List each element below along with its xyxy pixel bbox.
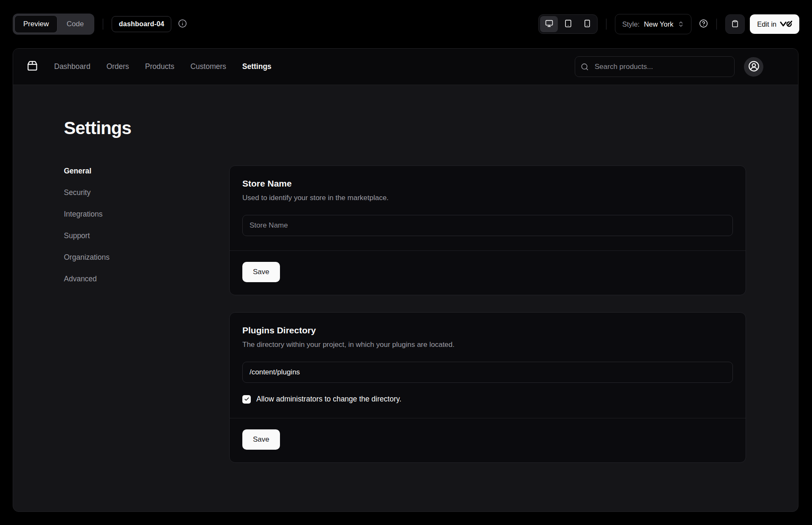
style-select-label: Style: [622,20,639,28]
toolbar-divider [606,19,606,30]
tablet-icon [564,19,572,29]
toolbar-divider [103,19,103,30]
device-mobile-button[interactable] [578,16,596,32]
chevrons-up-down-icon [678,21,684,27]
preview-code-tabs: Preview Code [13,14,94,35]
save-button[interactable]: Save [242,429,280,450]
toolbar-divider [716,19,717,30]
smartphone-icon [583,19,591,29]
block-name-badge: dashboard-04 [112,16,171,32]
user-circle-icon [748,60,760,73]
page-title: Settings [64,118,746,138]
card-title: Store Name [242,179,733,189]
sidebar-item-advanced[interactable]: Advanced [64,273,229,284]
nav-link-dashboard[interactable]: Dashboard [54,62,91,71]
plugins-directory-card-header: Plugins Directory The directory within y… [230,313,746,350]
toolbar-right-group: Style: New York Edit in [538,14,799,34]
nav-link-settings[interactable]: Settings [242,62,272,71]
tab-code[interactable]: Code [58,15,93,33]
style-help-button[interactable] [699,19,708,29]
block-info-button[interactable] [178,19,187,29]
sidebar-item-integrations[interactable]: Integrations [64,209,229,220]
store-name-input[interactable] [242,215,733,236]
search-icon [581,63,589,71]
check-icon [244,396,250,402]
plugins-directory-input[interactable] [242,362,733,383]
search-products [575,56,735,77]
search-products-input[interactable] [575,56,735,77]
allow-admins-row: Allow administrators to change the direc… [242,395,733,404]
style-select-value: New York [644,20,673,28]
monitor-icon [545,19,553,29]
store-name-card-header: Store Name Used to identify your store i… [230,166,746,203]
device-desktop-button[interactable] [540,16,558,32]
allow-admins-checkbox[interactable] [242,395,251,404]
plugins-directory-card: Plugins Directory The directory within y… [229,312,746,463]
clipboard-icon [731,20,739,29]
navbar-right-group [575,56,763,77]
main-nav: Dashboard Orders Products Customers Sett… [54,62,272,71]
info-icon [178,19,187,29]
copy-code-button[interactable] [725,14,745,34]
edit-in-v0-button[interactable]: Edit in [750,14,799,34]
tab-preview[interactable]: Preview [14,15,58,33]
user-menu-button[interactable] [744,57,763,77]
store-logo-button[interactable] [27,60,38,73]
settings-layout: General Security Integrations Support Or… [64,165,746,463]
dashboard-navbar: Dashboard Orders Products Customers Sett… [13,49,798,85]
preview-panel: Dashboard Orders Products Customers Sett… [13,48,798,512]
preview-toolbar: Preview Code dashboard-04 [0,0,812,48]
settings-cards: Store Name Used to identify your store i… [229,165,746,463]
store-name-card: Store Name Used to identify your store i… [229,165,746,295]
v0-logo-icon [780,21,792,27]
store-name-card-footer: Save [230,250,746,295]
settings-page: Settings General Security Integrations S… [13,85,798,463]
device-size-toggle-group [538,14,598,34]
edit-in-v0-label: Edit in [757,20,776,28]
circle-help-icon [699,19,708,29]
sidebar-item-support[interactable]: Support [64,230,229,241]
plugins-directory-card-footer: Save [230,418,746,462]
nav-link-orders[interactable]: Orders [107,62,129,71]
card-description: Used to identify your store in the marke… [242,193,733,203]
sidebar-item-security[interactable]: Security [64,187,229,198]
nav-link-customers[interactable]: Customers [190,62,226,71]
sidebar-item-general[interactable]: General [64,165,229,176]
device-tablet-button[interactable] [559,16,577,32]
save-button[interactable]: Save [242,262,280,282]
store-name-card-content [230,203,746,250]
allow-admins-checkbox-label[interactable]: Allow administrators to change the direc… [256,395,401,404]
card-title: Plugins Directory [242,325,733,335]
plugins-directory-card-content: Allow administrators to change the direc… [230,350,746,418]
style-select[interactable]: Style: New York [615,14,691,34]
package-icon [27,60,38,73]
sidebar-item-organizations[interactable]: Organizations [64,252,229,263]
toolbar-left-group: Preview Code dashboard-04 [13,14,187,35]
settings-sidebar-nav: General Security Integrations Support Or… [64,165,229,284]
nav-link-products[interactable]: Products [145,62,174,71]
card-description: The directory within your project, in wh… [242,340,733,350]
